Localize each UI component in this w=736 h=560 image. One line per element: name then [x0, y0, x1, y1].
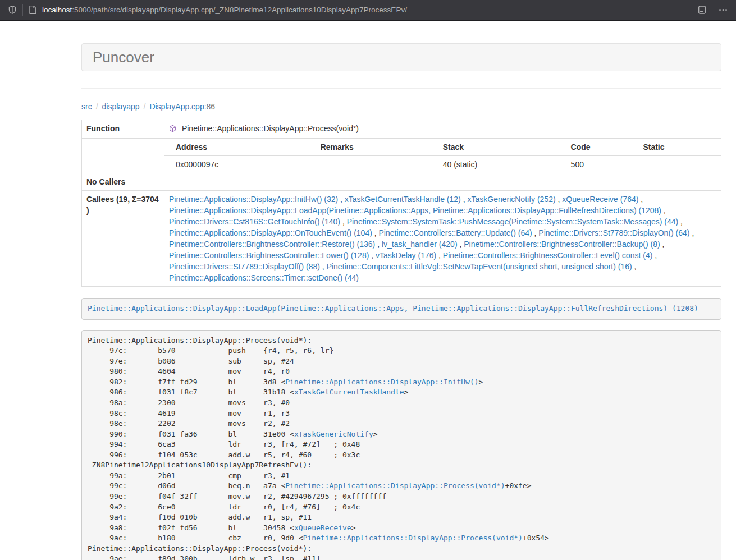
- code-symbol-link[interactable]: xTaskGetCurrentTaskHandle: [294, 388, 404, 396]
- url-text: localhost:5000/path/src/displayapp/Displ…: [42, 6, 407, 14]
- no-callers-row: No Callers: [82, 173, 721, 191]
- code-symbol-link[interactable]: Pinetime::Applications::DisplayApp::Init…: [285, 378, 478, 386]
- breadcrumb-link-src[interactable]: src: [81, 102, 92, 111]
- divider: [81, 88, 721, 89]
- breadcrumb-link-displayapp[interactable]: displayapp: [102, 102, 140, 111]
- shield-icon[interactable]: [8, 5, 17, 15]
- callee-link[interactable]: Pinetime::Drivers::St7789::DisplayOn() (…: [538, 228, 689, 237]
- breadcrumb-line-number: :86: [204, 102, 215, 111]
- breadcrumb-separator: /: [96, 102, 98, 111]
- callee-link[interactable]: vTaskDelay (176): [376, 251, 436, 260]
- url-host: localhost: [42, 6, 72, 14]
- callees-label: Callees (19, Σ=3704 ): [82, 191, 164, 287]
- breadcrumb: src/displayapp/DisplayApp.cpp:86: [81, 101, 721, 112]
- code-symbol-link[interactable]: Pinetime::Applications::DisplayApp::Proc…: [285, 481, 505, 490]
- breadcrumb-link-file[interactable]: DisplayApp.cpp: [149, 102, 204, 111]
- disassembly-pre: Pinetime::Applications::DisplayApp::Proc…: [81, 330, 721, 560]
- function-details-row: Address Remarks Stack Code Static 0x0000…: [82, 139, 721, 173]
- url-bar[interactable]: localhost:5000/path/src/displayapp/Displ…: [42, 6, 552, 14]
- callee-link[interactable]: Pinetime::System::SystemTask::PushMessag…: [347, 217, 679, 226]
- no-callers-label: No Callers: [82, 173, 164, 191]
- static-value: [632, 156, 721, 173]
- callee-link[interactable]: Pinetime::Applications::DisplayApp::Load…: [169, 206, 661, 215]
- page-info-icon[interactable]: [29, 5, 36, 15]
- callee-link[interactable]: Pinetime::Controllers::BrightnessControl…: [169, 251, 369, 260]
- callee-link[interactable]: Pinetime::Controllers::BrightnessControl…: [169, 240, 375, 249]
- column-remarks: Remarks: [309, 139, 432, 156]
- breadcrumb-separator: /: [144, 102, 146, 111]
- callee-link[interactable]: Pinetime::Applications::DisplayApp::Init…: [169, 195, 338, 204]
- column-code: Code: [560, 139, 632, 156]
- callees-row: Callees (19, Σ=3704 ) Pinetime::Applicat…: [82, 191, 721, 287]
- callee-link[interactable]: Pinetime::Controllers::Battery::Update()…: [379, 228, 532, 237]
- function-label: Function: [82, 120, 164, 139]
- highlighted-callee-box: Pinetime::Applications::DisplayApp::Load…: [81, 298, 721, 320]
- stack-value: 40 (static): [432, 156, 560, 173]
- details-header-row: Address Remarks Stack Code Static: [164, 139, 721, 156]
- callee-link[interactable]: xQueueReceive (764): [562, 195, 638, 204]
- reader-view-icon[interactable]: [698, 5, 706, 15]
- column-address: Address: [164, 139, 309, 156]
- function-table: Function Pinetime::Applications::Display…: [81, 120, 721, 287]
- function-row: Function Pinetime::Applications::Display…: [82, 120, 721, 139]
- callee-link[interactable]: lv_task_handler (420): [382, 240, 458, 249]
- toolbar-divider: [712, 4, 712, 16]
- function-name: Pinetime::Applications::DisplayApp::Proc…: [182, 123, 359, 134]
- callee-link[interactable]: Pinetime::Drivers::Cst816S::GetTouchInfo…: [169, 217, 340, 226]
- page-content: Puncover src/displayapp/DisplayApp.cpp:8…: [81, 43, 721, 560]
- column-stack: Stack: [432, 139, 560, 156]
- page-title: Puncover: [93, 50, 710, 65]
- browser-toolbar: localhost:5000/path/src/displayapp/Displ…: [0, 0, 736, 21]
- column-static: Static: [632, 139, 721, 156]
- toolbar-divider: [22, 4, 23, 16]
- app-header: Puncover: [81, 43, 721, 71]
- callee-link[interactable]: Pinetime::Applications::Screens::Timer::…: [169, 273, 359, 282]
- callee-link[interactable]: xTaskGenericNotify (252): [467, 195, 555, 204]
- details-data-row: 0x0000097c 40 (static) 500: [164, 156, 721, 173]
- callee-link[interactable]: Pinetime::Drivers::St7789::DisplayOff() …: [169, 262, 320, 271]
- highlighted-callee-link[interactable]: Pinetime::Applications::DisplayApp::Load…: [88, 304, 698, 313]
- code-symbol-link[interactable]: xQueueReceive: [294, 524, 351, 532]
- code-symbol-link[interactable]: Pinetime::Applications::DisplayApp::Proc…: [303, 534, 523, 542]
- callees-list: Pinetime::Applications::DisplayApp::Init…: [164, 191, 721, 287]
- function-details-table: Address Remarks Stack Code Static 0x0000…: [164, 139, 721, 173]
- remarks-value: [309, 156, 432, 173]
- function-cube-icon: [169, 125, 179, 134]
- url-path: :5000/path/src/displayapp/DisplayApp.cpp…: [72, 6, 407, 14]
- code-symbol-link[interactable]: xTaskGenericNotify: [294, 430, 373, 438]
- callee-link[interactable]: Pinetime::Controllers::BrightnessControl…: [464, 240, 660, 249]
- menu-ellipsis-icon[interactable]: [718, 5, 728, 15]
- callee-link[interactable]: Pinetime::Applications::DisplayApp::OnTo…: [169, 228, 372, 237]
- code-value: 500: [560, 156, 632, 173]
- callee-link[interactable]: xTaskGetCurrentTaskHandle (12): [345, 195, 461, 204]
- callee-link[interactable]: Pinetime::Controllers::BrightnessControl…: [443, 251, 652, 260]
- callee-link[interactable]: Pinetime::Components::LittleVgl::SetNewT…: [327, 262, 632, 271]
- address-value: 0x0000097c: [164, 156, 309, 173]
